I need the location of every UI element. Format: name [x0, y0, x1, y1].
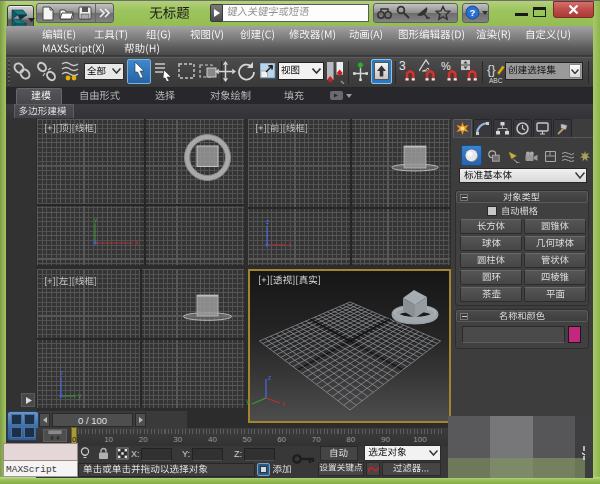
svg-text:x: x: [282, 400, 286, 407]
svg-text:?: ?: [470, 7, 476, 18]
svg-text:{}: {}: [487, 62, 496, 77]
svg-text:y: y: [78, 392, 82, 400]
svg-text:z: z: [60, 369, 63, 376]
svg-text:ABC: ABC: [489, 77, 503, 84]
svg-text:z: z: [266, 218, 269, 225]
svg-text:%: %: [441, 60, 451, 72]
svg-text:z: z: [268, 374, 271, 381]
svg-text:3: 3: [399, 59, 406, 73]
svg-text:y: y: [246, 397, 250, 405]
